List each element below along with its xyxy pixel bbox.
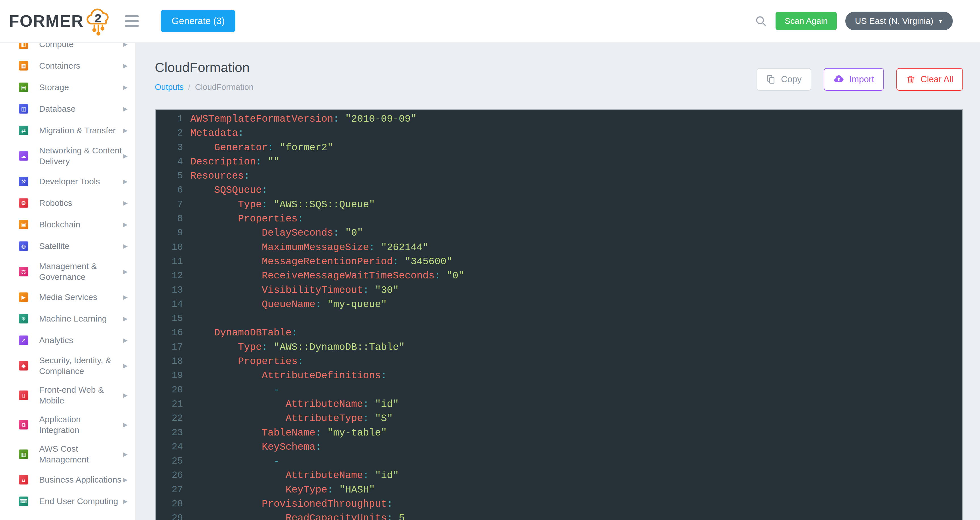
code-line: 5Resources: (156, 169, 962, 183)
former2-logo[interactable]: FORMER 2 (9, 0, 112, 42)
chevron-right-icon: ▶ (123, 153, 127, 159)
breadcrumb: Outputs / CloudFormation (155, 83, 253, 92)
sidebar-item-label: Management & Governance (39, 261, 123, 282)
sidebar-item-business-applications[interactable]: ⌂ Business Applications ▶ (0, 469, 135, 490)
sidebar-item-robotics[interactable]: ⚙ Robotics ▶ (0, 192, 135, 214)
action-buttons: Copy Import Clear All (757, 68, 963, 91)
sidebar-item-migration-transfer[interactable]: ⇄ Migration & Transfer ▶ (0, 120, 135, 141)
code-line-content: AttributeName: "id" (190, 397, 962, 412)
caret-down-icon: ▼ (938, 18, 943, 24)
line-number: 6 (156, 183, 190, 197)
analytics-icon: ↗ (19, 336, 29, 345)
line-number: 22 (156, 412, 190, 426)
menu-icon[interactable] (125, 15, 138, 27)
code-line-content: ReadCapacityUnits: 5 (190, 511, 962, 520)
sidebar-item-label: Database (39, 103, 123, 114)
sidebar-item-blockchain[interactable]: ▣ Blockchain ▶ (0, 214, 135, 235)
line-number: 18 (156, 355, 190, 369)
code-line: 20 - (156, 383, 962, 397)
code-line: 1AWSTemplateFormatVersion: "2010-09-09" (156, 112, 962, 126)
cloud-upload-icon (834, 74, 844, 85)
code-line: 27 KeyType: "HASH" (156, 483, 962, 497)
scan-again-button[interactable]: Scan Again (776, 12, 837, 30)
sidebar-item-end-user-computing[interactable]: ⌨ End User Computing ▶ (0, 490, 135, 512)
code-line-content: VisibilityTimeout: "30" (190, 283, 962, 297)
page-head: CloudFormation Outputs / CloudFormation … (155, 60, 963, 92)
sidebar-item-label: Developer Tools (39, 176, 123, 187)
blockchain-icon: ▣ (19, 220, 29, 229)
sidebar-item-label: Robotics (39, 198, 123, 208)
sidebar-item-front-end-web-mobile[interactable]: ▯ Front-end Web & Mobile ▶ (0, 380, 135, 410)
chevron-right-icon: ▶ (123, 84, 127, 91)
generate-button[interactable]: Generate (3) (161, 10, 235, 32)
chevron-right-icon: ▶ (123, 62, 127, 69)
line-number: 19 (156, 369, 190, 383)
sidebar-item-containers[interactable]: ▦ Containers ▶ (0, 55, 135, 76)
code-line: 21 AttributeName: "id" (156, 397, 962, 412)
sidebar-item-machine-learning[interactable]: ✳ Machine Learning ▶ (0, 308, 135, 329)
line-number: 12 (156, 269, 190, 283)
sidebar-item-storage[interactable]: ▤ Storage ▶ (0, 76, 135, 98)
chevron-right-icon: ▶ (123, 363, 127, 369)
sidebar-item-satellite[interactable]: ◍ Satellite ▶ (0, 235, 135, 257)
code-line-content: - (190, 454, 962, 468)
region-dropdown[interactable]: US East (N. Virginia) ▼ (845, 12, 953, 30)
chevron-right-icon: ▶ (123, 451, 127, 458)
sidebar-item-compute[interactable]: ◧ Compute ▶ (0, 43, 135, 55)
compute-icon: ◧ (19, 43, 29, 49)
line-number: 24 (156, 440, 190, 454)
import-button[interactable]: Import (824, 68, 884, 91)
chevron-right-icon: ▶ (123, 268, 127, 275)
sidebar-item-security-identity-compliance[interactable]: ◆ Security, Identity, & Compliance ▶ (0, 351, 135, 380)
chevron-right-icon: ▶ (123, 43, 127, 48)
sidebar-item-media-services[interactable]: ▶ Media Services ▶ (0, 286, 135, 308)
line-number: 9 (156, 226, 190, 240)
search-icon[interactable] (754, 15, 767, 27)
sidebar-item-label: End User Computing (39, 496, 123, 507)
line-number: 29 (156, 511, 190, 520)
code-lines: 1AWSTemplateFormatVersion: "2010-09-09"2… (156, 112, 962, 520)
sidebar-item-label: Security, Identity, & Compliance (39, 355, 123, 377)
developer-tools-icon: ⚒ (19, 177, 29, 186)
code-line: 12 ReceiveMessageWaitTimeSeconds: "0" (156, 269, 962, 283)
code-line: 26 AttributeName: "id" (156, 468, 962, 483)
database-icon: ◫ (19, 104, 29, 114)
chevron-right-icon: ▶ (123, 200, 127, 207)
sidebar-item-aws-cost-management[interactable]: ▥ AWS Cost Management ▶ (0, 439, 135, 469)
code-line: 13 VisibilityTimeout: "30" (156, 283, 962, 297)
sidebar-item-label: Containers (39, 60, 123, 71)
sidebar-item-analytics[interactable]: ↗ Analytics ▶ (0, 329, 135, 351)
line-number: 13 (156, 283, 190, 297)
sidebar-item-label: Storage (39, 82, 123, 93)
chevron-right-icon: ▶ (123, 127, 127, 134)
logo-text: FORMER (9, 0, 84, 42)
storage-icon: ▤ (19, 83, 29, 92)
code-line-content: KeyType: "HASH" (190, 483, 962, 497)
line-number: 7 (156, 198, 190, 212)
sidebar-item-networking-content-delivery[interactable]: ☁ Networking & Content Delivery ▶ (0, 141, 135, 171)
clear-all-button[interactable]: Clear All (896, 68, 963, 91)
sidebar-item-application-integration[interactable]: ⧉ Application Integration ▶ (0, 410, 135, 439)
code-line-content: TableName: "my-table" (190, 426, 962, 440)
former2-cloud-logo: 2 (85, 6, 112, 38)
code-line-content: AttributeName: "id" (190, 468, 962, 483)
code-line-content: AttributeDefinitions: (190, 369, 962, 383)
line-number: 28 (156, 497, 190, 511)
sidebar-item-management-governance[interactable]: ⚖ Management & Governance ▶ (0, 257, 135, 286)
code-line-content: AttributeType: "S" (190, 412, 962, 426)
line-number: 10 (156, 240, 190, 254)
sidebar-item-developer-tools[interactable]: ⚒ Developer Tools ▶ (0, 171, 135, 192)
copy-button[interactable]: Copy (757, 68, 811, 91)
code-line: 10 MaximumMessageSize: "262144" (156, 240, 962, 254)
main-content: CloudFormation Outputs / CloudFormation … (136, 43, 980, 520)
breadcrumb-outputs-link[interactable]: Outputs (155, 83, 184, 92)
code-line-content: DynamoDBTable: (190, 326, 962, 340)
chevron-right-icon: ▶ (123, 294, 127, 301)
code-line: 22 AttributeType: "S" (156, 412, 962, 426)
line-number: 20 (156, 383, 190, 397)
chevron-right-icon: ▶ (123, 337, 127, 343)
top-header: FORMER 2 Generate (3) Scan Again US East (0, 0, 980, 43)
cloudformation-code-editor[interactable]: 1AWSTemplateFormatVersion: "2010-09-09"2… (155, 109, 963, 520)
sidebar-item-database[interactable]: ◫ Database ▶ (0, 98, 135, 120)
code-line: 6 SQSQueue: (156, 183, 962, 197)
